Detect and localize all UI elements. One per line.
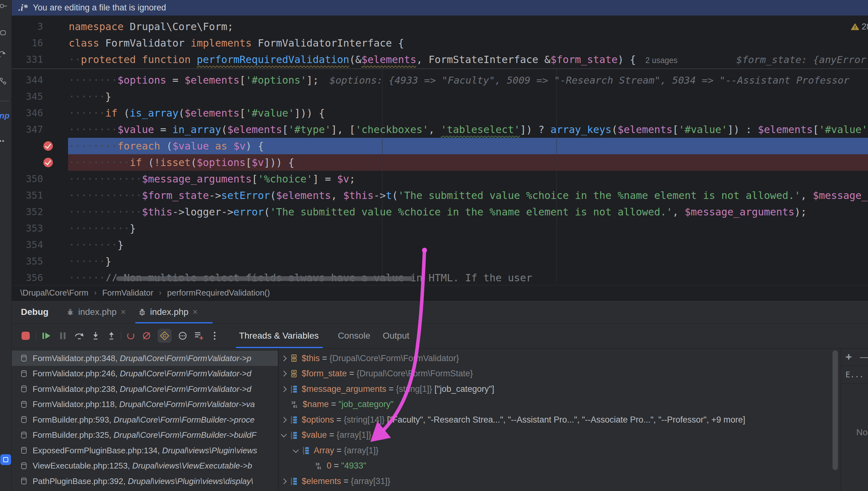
tab-console[interactable]: Console (331, 323, 377, 348)
toolbar-separator (36, 331, 36, 340)
primitive-type-icon: 1001 (315, 462, 323, 470)
more-tools-icon[interactable] (0, 139, 6, 143)
array-type-icon: 123 (290, 431, 298, 439)
frame-file: ViewExecutable.php:1253, (33, 461, 132, 471)
stack-frame-row[interactable]: FormValidator.php:118, Drupal\Core\Form\… (11, 397, 278, 412)
stop-button[interactable] (22, 332, 30, 340)
chevron-right-icon[interactable] (281, 417, 286, 423)
horizontal-scrollbar[interactable] (116, 276, 412, 281)
code-vision-usages[interactable]: 2 usages (646, 56, 677, 65)
code-text: ············$message_arguments['%choice'… (69, 171, 355, 187)
inspections-widget[interactable]: 28 (851, 22, 868, 32)
stack-frame-row[interactable]: FormValidator.php:348, Drupal\Core\Form\… (11, 351, 278, 366)
chevron-right-icon[interactable] (281, 386, 286, 392)
bug-icon (138, 308, 146, 316)
undo-arrow-icon[interactable] (0, 50, 7, 59)
variable-row-name[interactable]: 1001$name = "job_category" (279, 397, 841, 412)
code-text: class FormValidator implements FormValid… (69, 35, 404, 51)
code-line-346: 346······if (is_array($elements['#value'… (11, 105, 868, 121)
variable-row-0[interactable]: 10010 = "4933" (279, 458, 841, 473)
close-icon[interactable]: × (121, 307, 126, 317)
variable-string-value: "job_category" (338, 400, 394, 409)
stack-frame-row[interactable]: PathPluginBase.php:392, Drupal\views\Plu… (11, 473, 278, 489)
structure-icon[interactable] (0, 29, 7, 37)
php-tool-icon[interactable]: np (0, 111, 9, 121)
breadcrumb-item[interactable]: performRequiredValidation() (167, 288, 270, 298)
breadcrumb-item[interactable]: \Drupal\Core\Form (20, 288, 88, 298)
breadcrumb-item[interactable]: FormValidator (102, 288, 153, 298)
variable-row-message_arguments[interactable]: 123$message_arguments = {string[1]} ["jo… (279, 381, 841, 397)
line-number: 344 (11, 72, 43, 88)
variable-row[interactable]: 123 (279, 489, 841, 491)
view-breakpoints-button[interactable] (126, 331, 135, 340)
editor-tab-index-php-2[interactable]: index.php × (138, 300, 197, 323)
debug-tool-glyph (3, 457, 8, 462)
mute-breakpoints-button[interactable] (142, 331, 151, 340)
warning-count: 28 (862, 22, 868, 32)
frames-list: FormValidator.php:348, Drupal\Core\Form\… (11, 348, 278, 491)
vertical-scrollbar[interactable] (833, 350, 838, 470)
tab-threads-variables[interactable]: Threads & Variables (233, 323, 325, 348)
step-into-button[interactable] (91, 331, 101, 340)
code-line-3: 3namespace Drupal\Core\Form; (11, 18, 868, 35)
chevron-down-icon[interactable] (281, 431, 286, 437)
line-number: 350 (11, 171, 43, 187)
code-line-331: 331··protected function performRequiredV… (11, 51, 868, 68)
stack-frame-icon (20, 385, 28, 393)
chevron-right-icon[interactable] (281, 478, 286, 484)
new-watch-button[interactable] (194, 331, 204, 341)
stack-frame-row[interactable]: ViewExecutable.php:1253, Drupal\views\Vi… (11, 458, 278, 473)
variable-row-elements[interactable]: 123$elements = {array[31]} (279, 473, 841, 489)
code-text: ······if (is_array($elements['#value']))… (69, 105, 325, 121)
chevron-right-icon[interactable] (281, 371, 286, 376)
svg-text:3: 3 (303, 452, 304, 455)
inline-debugger-hint: $options: {4933 => "Faculty", 5009 => "-… (330, 72, 849, 88)
stack-frame-row[interactable]: FormBuilder.php:593, Drupal\Core\Form\Fo… (11, 412, 278, 427)
tab-output[interactable]: Output (379, 323, 413, 348)
tab-label: index.php (150, 307, 188, 317)
variable-row-options[interactable]: 123$options = {string[14]} ["Faculty", "… (279, 412, 841, 427)
stack-frame-row[interactable]: ExposedFormPluginBase.php:134, Drupal\vi… (11, 443, 278, 458)
evaluate-collapsed-tab[interactable]: E... (841, 366, 868, 384)
resume-button[interactable] (42, 332, 51, 340)
variables-tree: $this = {Drupal\Core\Form\FormValidator}… (279, 348, 841, 491)
variable-name: $elements (302, 476, 341, 486)
variable-row-form_state[interactable]: $form_state = {Drupal\Core\Form\FormStat… (279, 366, 841, 381)
debug-tool-window: Debug index.php × index.php × (11, 300, 868, 491)
php-debug-cookie-toggle[interactable]: C (158, 329, 172, 343)
pause-button[interactable] (58, 331, 68, 340)
editor-tab-index-php-1[interactable]: index.php × (66, 300, 126, 323)
frame-location: Drupal\Core\Form\FormValidator->d (120, 369, 251, 379)
debug-tool-window-button[interactable] (0, 454, 11, 465)
svg-text:3: 3 (290, 390, 292, 393)
line-number: 331 (11, 51, 43, 68)
ignore-plugin-icon: .i* (18, 3, 28, 13)
stack-frame-row[interactable]: FormValidator.php:238, Drupal\Core\Form\… (11, 381, 278, 397)
stack-frame-row[interactable]: FormValidator.php:246, Drupal\Core\Form\… (11, 366, 278, 381)
debug-toolbar: C Threads & Variables Console Output (11, 323, 868, 348)
breakpoint-icon[interactable] (43, 141, 53, 151)
collapse-icon[interactable]: — (860, 352, 868, 363)
equals-sign: = (386, 384, 396, 394)
breadcrumb-separator: › (159, 289, 161, 297)
chevron-right-icon[interactable] (281, 355, 286, 361)
code-editor[interactable]: 3namespace Drupal\Core\Form;16class Form… (11, 16, 868, 281)
variable-row-Array[interactable]: 123Array = {array[1]} (279, 443, 841, 458)
step-over-button[interactable] (74, 331, 84, 340)
close-icon[interactable]: × (192, 307, 197, 317)
git-branch-icon[interactable] (0, 77, 7, 86)
commit-icon[interactable] (0, 3, 8, 9)
watches-empty-text: No (856, 427, 868, 437)
more-vertical-icon[interactable] (213, 331, 216, 341)
variable-row-value[interactable]: 123$value = {array[1]} (279, 428, 841, 443)
stack-frame-row[interactable]: FormBuilder.php:325, Drupal\Core\Form\Fo… (11, 428, 278, 443)
variable-row-this[interactable]: $this = {Drupal\Core\Form\FormValidator} (279, 351, 841, 366)
step-out-button[interactable] (106, 331, 117, 340)
add-watch-icon[interactable]: + (845, 351, 852, 363)
variable-name: 0 (327, 461, 332, 471)
line-number: 3 (11, 18, 43, 35)
evaluate-options-button[interactable] (178, 331, 187, 341)
chevron-down-icon[interactable] (293, 447, 299, 453)
breakpoint-icon[interactable] (43, 158, 53, 167)
code-text: ··protected function performRequiredVali… (69, 51, 677, 68)
